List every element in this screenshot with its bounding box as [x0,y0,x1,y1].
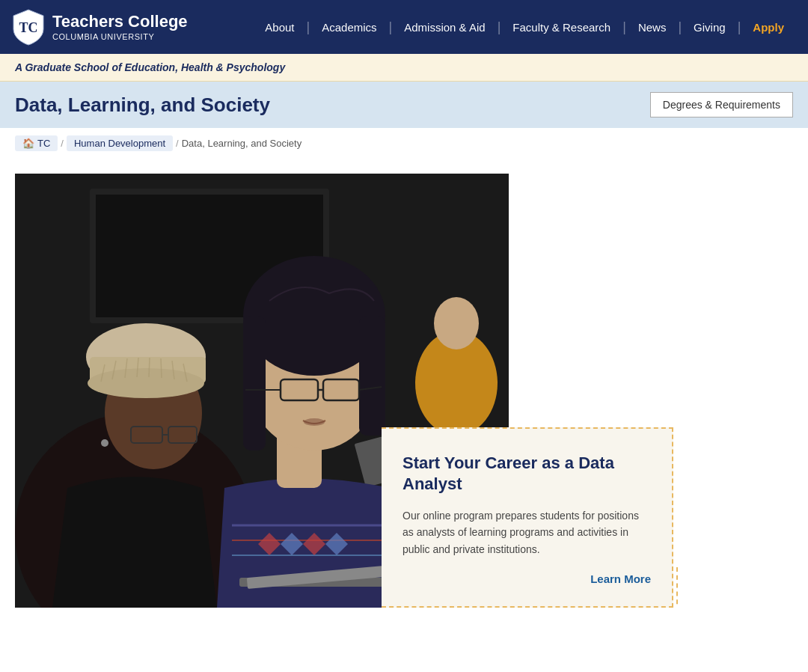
nav-links: About | Academics | Admission & Aid | Fa… [206,0,796,54]
brand-name: Teachers College COLUMBIA UNIVERSITY [52,12,188,42]
info-card: Start Your Career as a Data Analyst Our … [382,427,673,608]
learn-more-link[interactable]: Learn More [403,572,651,585]
svg-rect-37 [359,316,385,436]
info-card-body: Our online program prepares students for… [403,507,651,558]
svg-line-17 [149,358,150,377]
brand-logo[interactable]: TC Teachers College COLUMBIA UNIVERSITY [12,8,188,46]
svg-point-43 [304,418,325,426]
breadcrumb-human-dev-link[interactable]: Human Development [67,135,173,151]
nav-item-academics[interactable]: Academics [310,0,388,54]
nav-item-news[interactable]: News [626,0,679,54]
breadcrumb-human-dev-item: Human Development [67,135,173,151]
svg-text:TC: TC [19,20,37,35]
svg-point-5 [434,297,479,349]
breadcrumb-sep-2: / [176,138,179,149]
main-content: Start Your Career as a Data Analyst Our … [0,159,808,608]
nav-item-admission[interactable]: Admission & Aid [392,0,497,54]
subheader: A Graduate School of Education, Health &… [0,54,808,82]
content-row: Start Your Career as a Data Analyst Our … [15,174,793,608]
nav-item-faculty[interactable]: Faculty & Research [501,0,622,54]
breadcrumb-home-link[interactable]: 🏠 TC [15,135,58,151]
breadcrumb-current-item: Data, Learning, and Society [182,138,302,149]
degrees-requirements-button[interactable]: Degrees & Requirements [650,92,793,117]
card-corner-decoration [633,567,678,608]
svg-rect-36 [243,316,266,450]
home-icon: 🏠 [22,138,34,149]
shield-icon: TC [12,8,45,46]
breadcrumb: 🏠 TC / Human Development / Data, Learnin… [0,128,808,159]
svg-line-18 [161,358,162,378]
page-title: Data, Learning, and Society [15,94,270,117]
nav-item-about[interactable]: About [253,0,306,54]
nav-item-apply[interactable]: Apply [741,0,796,54]
info-card-heading: Start Your Career as a Data Analyst [403,453,651,495]
svg-point-24 [101,439,108,447]
navbar: TC Teachers College COLUMBIA UNIVERSITY … [0,0,808,54]
breadcrumb-home-item: 🏠 TC [15,135,58,151]
svg-point-12 [88,368,204,398]
nav-item-giving[interactable]: Giving [682,0,738,54]
page-title-bar: Data, Learning, and Society Degrees & Re… [0,82,808,128]
breadcrumb-sep-1: / [61,138,64,149]
